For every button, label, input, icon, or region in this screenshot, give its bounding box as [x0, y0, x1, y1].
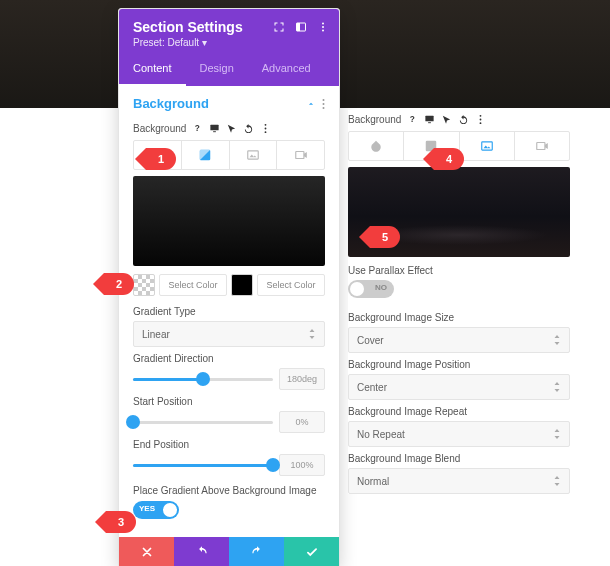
end-position-value[interactable]: 100% [279, 454, 325, 476]
tab-design[interactable]: Design [186, 54, 248, 86]
cancel-button[interactable] [119, 537, 174, 566]
desktop-icon[interactable] [209, 123, 220, 134]
svg-text:?: ? [195, 124, 200, 133]
gradient-above-label: Place Gradient Above Background Image [133, 484, 325, 497]
bg-size-select[interactable]: Cover [348, 327, 570, 353]
svg-rect-18 [426, 116, 434, 122]
help-icon-2[interactable]: ? [407, 114, 418, 125]
hover-icon-2[interactable] [441, 114, 452, 125]
section-settings-modal: Section Settings Preset: Default ▾ Conte… [118, 8, 340, 566]
svg-text:?: ? [410, 115, 415, 124]
svg-point-5 [323, 99, 325, 101]
gradient-preview[interactable] [133, 176, 325, 266]
header-actions [273, 21, 329, 33]
toggle-yes-text: YES [139, 504, 155, 513]
callout-1: 1 [146, 148, 176, 170]
svg-point-3 [322, 26, 324, 28]
bg-label-row: Background ? [133, 123, 325, 134]
callout-3: 3 [106, 511, 136, 533]
gradient-direction-slider[interactable] [133, 369, 273, 389]
help-icon[interactable]: ? [192, 123, 203, 134]
background-label-2: Background [348, 114, 401, 125]
preset-dropdown[interactable]: Preset: Default ▾ [133, 37, 325, 48]
bg-image-tab-2[interactable] [460, 132, 515, 160]
updown-icon [308, 329, 316, 339]
gradient-direction-label: Gradient Direction [133, 353, 325, 364]
updown-icon [553, 429, 561, 439]
bg-blend-select[interactable]: Normal [348, 468, 570, 494]
bg-repeat-select[interactable]: No Repeat [348, 421, 570, 447]
callout-2: 2 [104, 273, 134, 295]
select-color-start[interactable]: Select Color [159, 274, 227, 296]
chevron-up-icon[interactable] [306, 99, 316, 109]
bg-label-row-2: Background ? [348, 114, 570, 125]
callout-4: 4 [434, 148, 464, 170]
bg-blend-label: Background Image Blend [348, 453, 570, 464]
background-label: Background [133, 123, 186, 134]
section-kebab-icon[interactable] [322, 98, 325, 110]
desktop-icon-2[interactable] [424, 114, 435, 125]
reset-icon[interactable] [243, 123, 254, 134]
updown-icon [553, 382, 561, 392]
undo-button[interactable] [174, 537, 229, 566]
color-swatch-start[interactable] [133, 274, 155, 296]
svg-rect-19 [429, 122, 432, 123]
svg-point-21 [480, 119, 482, 121]
kebab-mini-icon[interactable] [260, 123, 271, 134]
kebab-icon[interactable] [317, 21, 329, 33]
main-tabs: Content Design Advanced [119, 54, 339, 86]
panel-icon[interactable] [295, 21, 307, 33]
svg-point-13 [265, 131, 267, 133]
tab-advanced[interactable]: Advanced [248, 54, 325, 86]
bg-pos-select[interactable]: Center [348, 374, 570, 400]
gradient-type-select[interactable]: Linear [133, 321, 325, 347]
toggle-no-text: NO [375, 283, 387, 292]
bg-video-tab[interactable] [277, 141, 324, 169]
redo-button[interactable] [229, 537, 284, 566]
bg-gradient-tab[interactable] [182, 141, 230, 169]
svg-point-11 [265, 124, 267, 126]
save-button[interactable] [284, 537, 339, 566]
bg-color-tab-2[interactable] [349, 132, 404, 160]
svg-rect-25 [537, 143, 545, 150]
updown-icon [553, 476, 561, 486]
focus-icon[interactable] [273, 21, 285, 33]
end-position-slider[interactable] [133, 455, 273, 475]
svg-point-7 [323, 107, 325, 109]
bg-pos-label: Background Image Position [348, 359, 570, 370]
svg-rect-15 [248, 151, 259, 159]
svg-rect-1 [297, 23, 301, 31]
modal-header: Section Settings Preset: Default ▾ [119, 9, 339, 54]
select-color-end[interactable]: Select Color [257, 274, 325, 296]
tab-content[interactable]: Content [119, 54, 186, 86]
gradient-type-label: Gradient Type [133, 306, 325, 317]
start-position-value[interactable]: 0% [279, 411, 325, 433]
reset-icon-2[interactable] [458, 114, 469, 125]
start-position-slider[interactable] [133, 412, 273, 432]
svg-rect-9 [211, 125, 219, 130]
section-title[interactable]: Background [133, 96, 209, 111]
svg-point-12 [265, 128, 267, 130]
color-swatch-end[interactable] [231, 274, 253, 296]
callout-5: 5 [370, 226, 400, 248]
svg-point-4 [322, 30, 324, 32]
start-position-label: Start Position [133, 396, 325, 407]
updown-icon [553, 335, 561, 345]
gradient-above-toggle[interactable]: YES [133, 501, 179, 519]
svg-rect-16 [295, 152, 303, 159]
gradient-colors: Select Color Select Color [133, 274, 325, 296]
svg-point-6 [323, 103, 325, 105]
svg-rect-24 [481, 142, 492, 150]
bg-video-tab-2[interactable] [515, 132, 569, 160]
parallax-label: Use Parallax Effect [348, 265, 570, 276]
hover-icon[interactable] [226, 123, 237, 134]
svg-point-22 [480, 122, 482, 124]
bg-size-label: Background Image Size [348, 312, 570, 323]
gradient-direction-value[interactable]: 180deg [279, 368, 325, 390]
bg-image-tab[interactable] [230, 141, 278, 169]
modal-footer [119, 537, 339, 566]
parallax-toggle[interactable]: NO [348, 280, 394, 298]
svg-point-20 [480, 115, 482, 117]
gradient-type-value: Linear [142, 329, 170, 340]
kebab-mini-icon-2[interactable] [475, 114, 486, 125]
